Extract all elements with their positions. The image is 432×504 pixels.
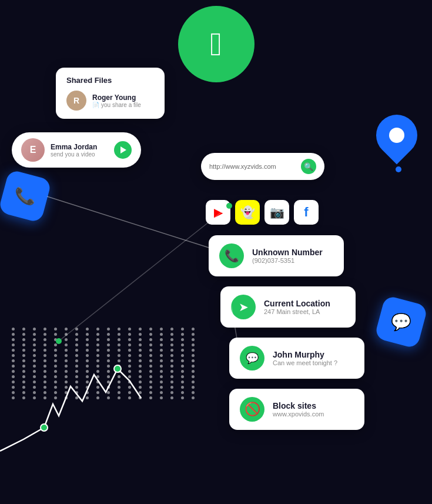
search-icon[interactable]: 🔍 xyxy=(301,159,316,174)
location-pin xyxy=(376,115,420,168)
roger-info: Roger Young 📄 you share a file xyxy=(92,94,141,108)
roger-name: Roger Young xyxy=(92,94,141,102)
roger-sub: 📄 you share a file xyxy=(92,102,141,108)
location-card-title: Current Location xyxy=(264,299,330,308)
play-triangle-icon xyxy=(120,146,126,153)
url-text: http://www.xyzvids.com xyxy=(209,163,276,170)
svg-point-1 xyxy=(114,365,121,372)
location-card-info: Current Location 247 Main street, LA xyxy=(264,299,330,315)
location-card-sub: 247 Main street, LA xyxy=(264,308,330,315)
file-icon: 📄 xyxy=(92,102,99,108)
instagram-icon[interactable]: 📷 xyxy=(264,200,289,225)
emma-sub: send you a video xyxy=(51,151,97,158)
emma-avatar: E xyxy=(21,138,45,162)
message-card-title: John Murphy xyxy=(273,350,337,359)
facebook-icon[interactable]: f xyxy=(294,200,319,225)
emma-name: Emma Jordan xyxy=(51,143,97,151)
block-card-title: Block sites xyxy=(273,401,324,410)
block-sites-card: 🚫 Block sites www.xpovids.com xyxy=(229,389,364,430)
url-bar[interactable]: http://www.xyzvids.com 🔍 xyxy=(201,153,324,180)
phone-card-icon: 📞 xyxy=(219,243,244,268)
block-card-sub: www.xpovids.com xyxy=(273,410,324,418)
message-card: 💬 John Murphy Can we meet tonight ? xyxy=(229,338,364,379)
location-card: ➤ Current Location 247 Main street, LA xyxy=(220,286,356,328)
svg-line-2 xyxy=(47,196,209,248)
shared-files-title: Shared Files xyxy=(66,76,154,85)
svg-point-0 xyxy=(41,424,48,431)
roger-avatar: R xyxy=(66,91,86,111)
shared-files-card: Shared Files R Roger Young 📄 you share a… xyxy=(56,68,165,119)
chat-bubble-diamond: 💬 xyxy=(374,295,428,349)
phone-card-sub: (902)037-5351 xyxy=(252,257,323,264)
apple-logo-circle:  xyxy=(178,6,254,82)
phone-icon: 📞 xyxy=(15,186,35,206)
phone-card-info: Unknown Number (902)037-5351 xyxy=(252,248,323,264)
phone-card-title: Unknown Number xyxy=(252,248,323,257)
emma-info: Emma Jordan send you a video xyxy=(51,143,97,158)
message-card-icon: 💬 xyxy=(240,346,264,371)
phone-card: 📞 Unknown Number (902)037-5351 xyxy=(209,235,344,276)
message-card-sub: Can we meet tonight ? xyxy=(273,359,337,366)
phone-diamond-icon: 📞 xyxy=(0,169,52,223)
play-button[interactable] xyxy=(114,141,132,159)
social-icons-row: ▶ 👻 📷 f xyxy=(206,200,319,225)
message-card-info: John Murphy Can we meet tonight ? xyxy=(273,350,337,366)
chat-icon: 💬 xyxy=(391,312,411,332)
shared-files-user: R Roger Young 📄 you share a file xyxy=(66,91,154,111)
block-card-info: Block sites www.xpovids.com xyxy=(273,401,324,418)
apple-icon:  xyxy=(210,28,222,61)
snapchat-icon[interactable]: 👻 xyxy=(235,200,260,225)
emma-video-card[interactable]: E Emma Jordan send you a video xyxy=(12,132,141,168)
youtube-icon[interactable]: ▶ xyxy=(206,200,230,225)
line-chart xyxy=(0,310,217,504)
location-card-icon: ➤ xyxy=(231,295,256,319)
block-card-icon: 🚫 xyxy=(240,397,264,422)
